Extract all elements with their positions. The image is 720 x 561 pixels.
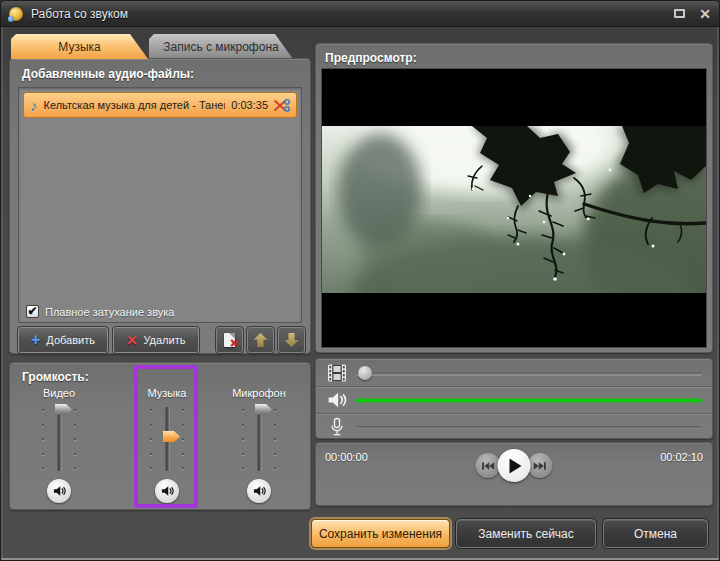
app-icon [9, 7, 23, 21]
microphone-volume-slider[interactable] [239, 407, 279, 471]
video-preview[interactable] [321, 68, 707, 348]
clear-list-icon: ✕ [224, 333, 235, 347]
microphone-icon [324, 417, 350, 437]
play-icon [506, 457, 522, 475]
arrow-up-icon [254, 333, 268, 347]
fade-checkbox[interactable]: ✔ [26, 305, 39, 318]
volume-channel-music: Музыка [127, 387, 207, 507]
move-down-button[interactable] [278, 327, 305, 353]
audio-file-list[interactable]: ♪ Кельтская музыка для детей - Танец-ht.… [18, 87, 302, 323]
video-mute-button[interactable] [47, 479, 71, 503]
add-file-button[interactable]: + Добавить [18, 327, 108, 353]
close-button[interactable]: ✕ [699, 7, 711, 21]
track-mixer-panel [315, 358, 713, 439]
window-title: Работа со звуком [31, 7, 128, 21]
list-item[interactable]: ♪ Кельтская музыка для детей - Танец-ht.… [23, 92, 297, 118]
video-track-row [316, 359, 712, 386]
add-button-label: Добавить [46, 334, 95, 346]
file-duration: 0:03:35 [231, 99, 268, 111]
microphone-level-bar [356, 426, 702, 429]
music-mute-button[interactable] [155, 479, 179, 503]
clear-list-button[interactable]: ✕ [216, 327, 243, 353]
music-track-row [316, 386, 712, 413]
delete-button-label: Удалить [143, 334, 185, 346]
arrow-down-icon [285, 333, 299, 347]
dialog-window: Работа со звуком ✕ Музыка Запись с микро… [0, 0, 720, 561]
speaker-icon [53, 485, 66, 497]
video-frame [322, 126, 706, 293]
seek-handle[interactable] [358, 366, 372, 380]
microphone-mute-button[interactable] [247, 479, 271, 503]
volume-header: Громкость: [22, 370, 89, 384]
speaker-icon [324, 391, 350, 409]
titlebar: Работа со звуком ✕ [1, 1, 719, 27]
preview-header: Предпросмотр: [325, 51, 417, 65]
audio-files-panel: Добавленные аудио-файлы: ♪ Кельтская муз… [9, 58, 311, 354]
music-volume-handle[interactable] [163, 431, 180, 442]
playback-panel: 00:00:00 00:02:10 [315, 442, 713, 506]
speaker-icon [161, 485, 174, 497]
total-time: 00:02:10 [660, 451, 703, 463]
cancel-button[interactable]: Отмена [603, 519, 708, 548]
music-note-icon: ♪ [30, 97, 38, 114]
audio-files-header: Добавленные аудио-файлы: [22, 67, 194, 81]
file-title: Кельтская музыка для детей - Танец-ht... [44, 99, 226, 111]
delete-x-icon: ✕ [127, 333, 138, 348]
fade-checkbox-label: Плавное затухание звука [45, 306, 174, 318]
video-volume-slider[interactable] [39, 407, 79, 471]
tab-microphone-record[interactable]: Запись с микрофона [149, 34, 293, 59]
move-up-button[interactable] [247, 327, 274, 353]
replace-now-button[interactable]: Заменить сейчас [456, 519, 596, 548]
microphone-volume-handle[interactable] [255, 404, 272, 415]
save-changes-button[interactable]: Сохранить изменения [311, 519, 450, 548]
plus-icon: + [31, 333, 40, 347]
volume-panel: Громкость: Видео Музыка [9, 362, 311, 510]
preview-panel: Предпросмотр: [315, 43, 713, 353]
video-volume-handle[interactable] [55, 404, 72, 415]
speaker-icon [253, 485, 266, 497]
music-volume-slider[interactable] [147, 407, 187, 471]
delete-file-button[interactable]: ✕ Удалить [113, 327, 199, 353]
volume-channel-video: Видео [19, 387, 99, 507]
skip-forward-button[interactable] [528, 453, 553, 478]
music-level-bar [356, 399, 702, 402]
scissors-trim-icon[interactable] [274, 99, 290, 112]
microphone-track-row [316, 413, 712, 440]
video-seek-slider[interactable] [356, 366, 704, 380]
volume-channel-microphone: Микрофон [219, 387, 299, 507]
tab-music[interactable]: Музыка [11, 34, 148, 59]
skip-back-icon [481, 460, 496, 472]
film-strip-icon [324, 363, 350, 383]
minimize-button[interactable] [674, 9, 685, 18]
elapsed-time: 00:00:00 [325, 451, 368, 463]
skip-forward-icon [533, 460, 548, 472]
play-button[interactable] [498, 449, 531, 482]
